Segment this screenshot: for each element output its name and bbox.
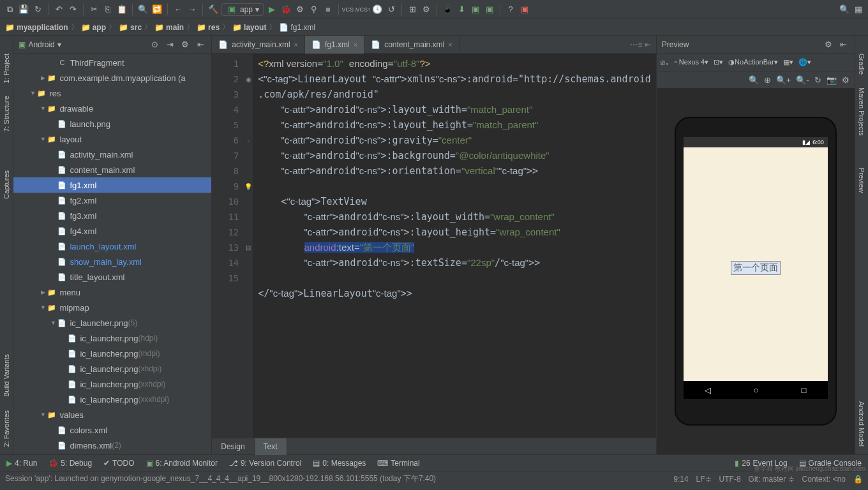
tab-design[interactable]: Design xyxy=(212,438,254,455)
debug-icon[interactable]: 🐞 xyxy=(280,4,292,15)
help-icon[interactable]: ? xyxy=(505,4,516,15)
tree-item[interactable]: ▼📁mipmap xyxy=(13,300,211,315)
breadcrumb-item[interactable]: 📁 src xyxy=(119,23,142,32)
breadcrumb-item[interactable]: 📁 main xyxy=(154,23,184,32)
close-icon[interactable]: × xyxy=(294,41,298,48)
run-icon[interactable]: ▶ xyxy=(266,4,278,15)
gutter-favorites[interactable]: 2: Favorites xyxy=(1,405,11,452)
zoom-in-icon[interactable]: 🔍+ xyxy=(776,75,791,85)
context[interactable]: Context: <no xyxy=(802,475,846,484)
gutter-structure[interactable]: 7: Structure xyxy=(1,91,11,137)
tree-item[interactable]: 📄fg1.xml xyxy=(13,177,211,193)
scroll-from-icon[interactable]: ⊙ xyxy=(149,39,160,50)
back-icon[interactable]: ← xyxy=(172,4,184,15)
hide-icon[interactable]: ⇤ xyxy=(838,39,849,50)
git-branch[interactable]: Git: master ≑ xyxy=(749,475,795,484)
editor-tab[interactable]: 📄fg1.xml× xyxy=(305,36,364,54)
tree-item[interactable]: 📄show_main_lay.xml xyxy=(13,254,211,269)
project-tree[interactable]: CThirdFragment▶📁com.example.dm.myapplica… xyxy=(13,54,211,454)
editor-tab[interactable]: 📄activity_main.xml× xyxy=(212,36,305,54)
breadcrumb-item[interactable]: 📁 app xyxy=(81,23,106,32)
tree-item[interactable]: ▶📁com.example.dm.myapplication (a xyxy=(13,70,211,85)
gutter-captures[interactable]: Captures xyxy=(1,165,11,204)
tree-item[interactable]: 📄activity_main.xml xyxy=(13,147,211,162)
gutter-build-variants[interactable]: Build Variants xyxy=(1,349,11,402)
render-config-icon[interactable]: ⎚▾ xyxy=(661,59,670,66)
close-icon[interactable]: × xyxy=(354,41,357,48)
close-icon[interactable]: × xyxy=(448,41,452,48)
stop-icon[interactable]: ■ xyxy=(322,4,334,15)
bb-terminal[interactable]: ⌨Terminal xyxy=(377,459,419,468)
tree-item[interactable]: ▼📁layout xyxy=(13,131,211,147)
bb-android[interactable]: ▣6: Android Monitor xyxy=(146,459,218,468)
zoom-actual-icon[interactable]: ⊕ xyxy=(764,75,771,85)
breadcrumb-item[interactable]: 📁 myapplication xyxy=(5,23,68,32)
search-icon[interactable]: 🔍 xyxy=(839,4,850,15)
settings-icon[interactable]: ⚙ xyxy=(823,39,834,50)
bb-messages[interactable]: ▤0: Messages xyxy=(313,459,366,468)
gutter-maven[interactable]: Maven Projects xyxy=(857,82,867,141)
zoom-out-icon[interactable]: 🔍- xyxy=(796,75,809,85)
breadcrumb-item[interactable]: 📁 layout xyxy=(232,23,266,32)
tree-item[interactable]: CThirdFragment xyxy=(13,55,211,70)
tree-item[interactable]: 📄ic_launcher.png (xhdpi) xyxy=(13,361,211,376)
tree-item[interactable]: 📄title_layout.xml xyxy=(13,269,211,285)
bb-vcs[interactable]: ⎇9: Version Control xyxy=(229,459,301,468)
bb-todo[interactable]: ✔TODO xyxy=(103,459,134,468)
hide-icon[interactable]: ⇤ xyxy=(195,39,206,50)
tree-item[interactable]: 📄dimens.xml (2) xyxy=(13,438,211,453)
vcs-update-icon[interactable]: VCS↓ xyxy=(343,4,355,15)
open-icon[interactable]: ⧉ xyxy=(4,4,15,15)
code-area[interactable]: <?xml version="1.0" encoding="utf-8"?> <… xyxy=(253,54,656,438)
history-icon[interactable]: 🕓 xyxy=(371,4,383,15)
project-view-selector[interactable]: Android xyxy=(28,40,54,49)
redo-icon[interactable]: ↷ xyxy=(67,4,79,15)
encoding[interactable]: UTF-8 xyxy=(719,475,741,484)
find-icon[interactable]: 🔍 xyxy=(137,4,149,15)
tab-text[interactable]: Text xyxy=(255,438,287,455)
tree-item[interactable]: 📄colors.xml xyxy=(13,422,211,438)
vcs-commit-icon[interactable]: VCS↑ xyxy=(357,4,369,15)
theme-selector[interactable]: ◑NoActionBar▾ xyxy=(728,58,778,66)
tree-item[interactable]: 📄ic_launcher.png (xxxhdpi) xyxy=(13,392,211,407)
collapse-icon[interactable]: ⇥ xyxy=(164,39,176,50)
settings-icon[interactable]: ⚙ xyxy=(842,75,849,85)
settings-icon[interactable]: ⚙ xyxy=(179,39,191,50)
sdk-icon[interactable]: ⚙ xyxy=(421,4,432,15)
attach-icon[interactable]: ⚲ xyxy=(308,4,320,15)
line-sep[interactable]: LF≑ xyxy=(696,475,712,484)
breadcrumb-item[interactable]: 📄 fg1.xml xyxy=(279,23,315,32)
undo-icon[interactable]: ↶ xyxy=(53,4,64,15)
save-icon[interactable]: 💾 xyxy=(18,4,29,15)
tree-item[interactable]: 📄ic_launcher.png (xxhdpi) xyxy=(13,376,211,392)
replace-icon[interactable]: 🔁 xyxy=(151,4,163,15)
tree-item[interactable]: 📄launch_layout.xml xyxy=(13,239,211,254)
profile-icon[interactable]: ⚙ xyxy=(294,4,306,15)
build-icon[interactable]: 🔨 xyxy=(207,4,219,15)
structure-icon[interactable]: ⊞ xyxy=(407,4,418,15)
locale-icon[interactable]: ▦▾ xyxy=(783,58,793,66)
refresh-icon[interactable]: ↻ xyxy=(814,75,821,85)
zoom-fit-icon[interactable]: 🔍 xyxy=(749,75,759,85)
revert-icon[interactable]: ↺ xyxy=(385,4,397,15)
tree-item[interactable]: 📄ic_launcher.png (hdpi) xyxy=(13,330,211,346)
paste-icon[interactable]: 📋 xyxy=(116,4,128,15)
bb-debug[interactable]: 🐞5: Debug xyxy=(49,459,92,468)
run-config-selector[interactable]: ▣ app ▾ xyxy=(221,3,264,16)
settings-icon[interactable]: ▦ xyxy=(853,4,864,15)
avd-icon[interactable]: 📱 xyxy=(442,4,453,15)
device-selector[interactable]: ▫ Nexus 4▾ xyxy=(675,58,708,66)
tree-item[interactable]: 📄content_main.xml xyxy=(13,162,211,177)
editor-tab[interactable]: 📄content_main.xml× xyxy=(364,36,459,54)
gutter-preview[interactable]: Preview xyxy=(857,163,867,198)
gutter-android-model[interactable]: Android Model xyxy=(857,396,867,452)
tree-item[interactable]: 📄ic_launcher.png (mdpi) xyxy=(13,346,211,361)
cut-icon[interactable]: ✂ xyxy=(88,4,100,15)
tree-item[interactable]: 📄fg3.xml xyxy=(13,208,211,223)
tree-item[interactable]: 📄fg2.xml xyxy=(13,193,211,208)
copy-icon[interactable]: ⎘ xyxy=(102,4,114,15)
tree-item[interactable]: ▼📁drawable xyxy=(13,101,211,116)
genymotion-icon[interactable]: ▣ xyxy=(519,4,530,15)
orientation-icon[interactable]: ⊡▾ xyxy=(714,58,723,66)
tree-item[interactable]: ▼📁values xyxy=(13,407,211,422)
